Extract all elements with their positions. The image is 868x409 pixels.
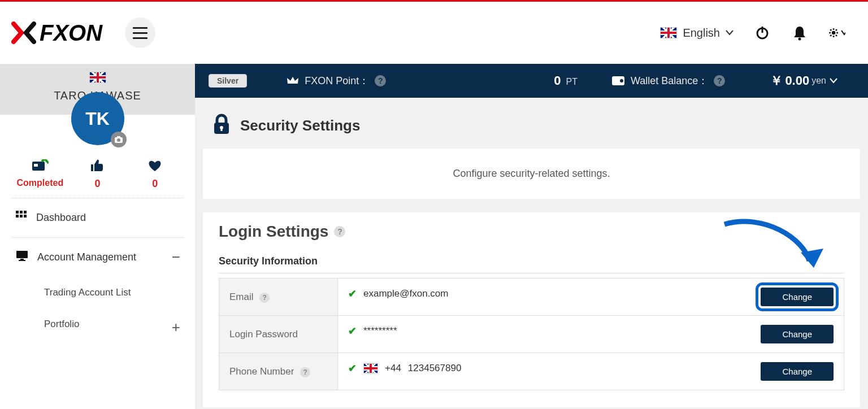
logo-mark-icon [11,21,36,44]
help-icon[interactable]: ? [334,226,345,237]
svg-rect-25 [19,260,25,261]
points-label: FXON Point： [305,74,369,88]
svg-rect-24 [20,259,24,260]
svg-point-2 [798,38,801,41]
description-panel: Configure security-related settings. [203,149,860,199]
svg-rect-20 [16,215,19,217]
status-hearts[interactable]: 0 [127,159,184,190]
wallet-display[interactable]: ￥ 0.00 yen [770,72,837,89]
camera-icon[interactable] [111,132,127,147]
monitor-icon [16,250,28,264]
header: FXON English [0,2,868,64]
help-icon[interactable]: ? [375,75,386,86]
help-icon[interactable]: ? [300,367,310,377]
gear-icon [828,25,839,41]
svg-line-9 [836,35,837,36]
flag-gb-icon [89,72,106,83]
avatar[interactable]: TK [71,92,124,145]
language-selector[interactable]: English [660,27,734,40]
svg-point-27 [620,79,623,82]
points-value: 0 [554,73,561,88]
svg-rect-13 [117,136,120,138]
help-icon[interactable]: ? [259,293,270,303]
lock-icon [212,114,231,137]
menu-toggle-button[interactable] [125,18,155,48]
points-unit: PT [566,77,578,86]
sidebar: TARO KAWASE TK Completed 0 [0,64,195,409]
page-title: Security Settings [240,117,360,134]
chevron-down-icon [841,30,845,36]
svg-point-3 [832,31,836,35]
page-heading: Security Settings [195,98,868,149]
svg-rect-18 [20,211,23,214]
svg-rect-30 [221,128,223,131]
thumbs-up-icon [69,159,126,172]
heart-icon [127,159,184,172]
chevron-down-icon [830,78,837,84]
description-text: Configure security-related settings. [203,149,860,199]
wallet-label: Wallet Balance： [631,74,708,88]
help-icon[interactable]: ? [714,75,725,86]
settings-dropdown[interactable] [828,24,845,41]
section-title: Login Settings ? [219,223,844,241]
nav-account-management[interactable]: Account Management − [11,237,184,277]
brand-name: FXON [40,20,102,46]
row-password: Login Password Change ✔ ********* [219,316,844,353]
check-icon: ✔ [348,325,357,337]
row-email: Email ? Change ✔ example@fxon.com [219,279,844,316]
svg-rect-17 [16,211,19,214]
change-email-button[interactable]: Change [761,288,834,306]
svg-rect-21 [20,215,23,217]
check-icon: ✔ [348,362,357,375]
svg-rect-16 [34,164,38,167]
user-status-row: Completed 0 0 [0,145,195,198]
flag-gb-icon [660,27,677,38]
password-value: ********* [363,325,397,337]
bell-icon[interactable] [791,24,808,41]
phone-value: 1234567890 [408,363,462,374]
expand-icon: + [172,319,180,336]
brand-logo[interactable]: FXON [11,20,102,46]
section-subheading: Security Information [219,255,844,273]
phone-prefix: +44 [385,363,401,374]
nav-dashboard[interactable]: Dashboard [11,198,184,237]
nav-trading-account-list[interactable]: Trading Account List [40,277,184,308]
status-likes[interactable]: 0 [69,159,126,190]
nav-portfolio[interactable]: Portfolio + [40,308,184,340]
collapse-icon: − [172,249,180,266]
svg-rect-19 [24,211,27,214]
svg-point-14 [117,138,120,142]
language-label: English [683,27,720,40]
svg-line-8 [830,29,831,31]
change-phone-button[interactable]: Change [761,362,834,381]
flag-gb-icon [363,363,378,373]
svg-rect-23 [16,251,28,258]
row-phone: Phone Number ? Change ✔ +44 1234567890 [219,353,844,390]
svg-line-10 [836,29,837,31]
chevron-down-icon [726,30,734,36]
grid-icon [16,211,27,225]
login-settings-panel: Login Settings ? Security Information Em… [203,212,860,407]
power-icon[interactable] [754,24,771,41]
status-completed[interactable]: Completed [12,159,69,190]
security-info-table: Email ? Change ✔ example@fxon.com Login … [219,278,844,390]
crown-icon [287,76,299,86]
info-bar: Silver FXON Point： ? 0 PT Wallet Balance… [195,64,868,98]
check-icon: ✔ [348,288,357,300]
svg-line-11 [830,35,831,36]
wallet-icon [611,76,625,86]
change-password-button[interactable]: Change [761,325,834,343]
tier-badge[interactable]: Silver [209,74,247,88]
id-card-check-icon [12,159,69,172]
svg-rect-22 [24,215,27,217]
main: Silver FXON Point： ? 0 PT Wallet Balance… [195,64,868,409]
email-value: example@fxon.com [363,288,449,299]
